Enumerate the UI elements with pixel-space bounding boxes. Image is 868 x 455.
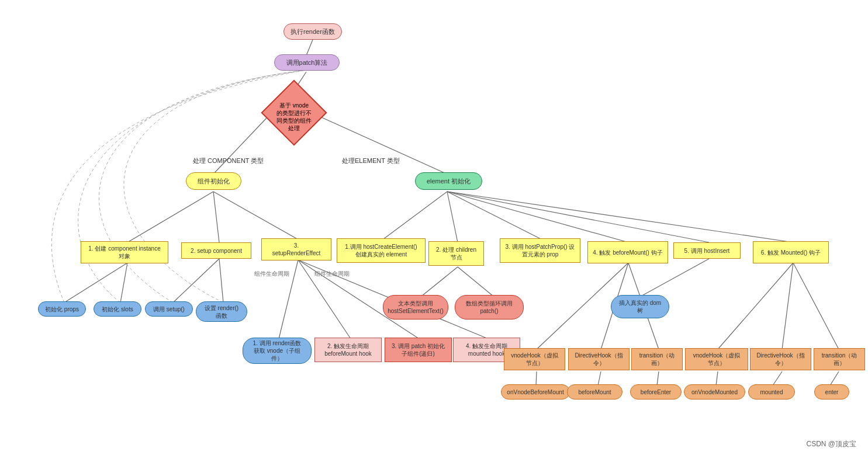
before-mount-lifecycle-node: 2. 触发生命周期 beforeMount hook [314,338,382,362]
before-mount-hook-node: 4. 触发 beforeMount() 钩子 [587,241,668,263]
directive-hook-before-label: DirectiveHook（指令） [573,352,624,367]
footer: CSDN @顶皮宝 [806,439,856,449]
init-slots-label: 初始化 slots [102,305,133,313]
svg-line-9 [173,259,219,303]
setup-render-effect-label: 3. setupRenderEffect [272,242,321,257]
svg-line-3 [320,117,447,174]
svg-line-31 [598,371,601,385]
vnode-hook-before-label: vnodeHook（虚拟节点） [509,352,560,367]
call-setup-node: 调用 setup() [145,301,193,317]
call-patch-label: 调用patch算法 [286,58,328,67]
text-node-label: 文本类型调用 hostSetElementText() [388,300,444,315]
svg-line-33 [716,371,718,385]
before-mount-node: beforeMount [567,384,623,400]
call-render-vnode-node: 1. 调用 render函数 获取 vnode（子组件） [243,338,312,364]
svg-line-0 [306,40,313,55]
svg-line-4 [127,192,213,242]
svg-line-22 [458,267,494,297]
on-vnode-mounted-label: onVnodeMounted [691,388,738,396]
transition-mounted-node: transition（动画） [814,348,865,370]
svg-line-5 [213,192,219,242]
vnode-hook-mounted-node: vnodeHook（虚拟节点） [685,348,748,370]
svg-line-15 [383,192,447,239]
vnode-hook-before-node: vnodeHook（虚拟节点） [504,348,565,370]
setup-render-effect-node: 3. setupRenderEffect [261,238,331,261]
enter-label: enter [825,388,839,396]
enter-node: enter [814,384,849,400]
directive-hook-mounted-label: DirectiveHook（指令） [755,352,806,367]
host-create-element-label: 1.调用 hostCreateElement() 创建真实的 element [342,243,420,258]
element-init-label: element 初始化 [427,177,471,185]
mounted-node: mounted [748,384,795,400]
svg-line-20 [447,192,793,242]
svg-line-27 [718,263,793,349]
mounted-label: mounted [760,388,783,396]
lifecycle-label2: 组件生命周期 [314,270,350,278]
svg-line-34 [773,371,782,385]
host-insert-label: 5. 调用 hostInsert [684,247,730,255]
vnode-hook-mounted-label: vnodeHook（虚拟节点） [690,352,743,367]
patch-init-children-node: 3. 调用 patch 初始化 子组件(递归) [385,338,452,362]
svg-line-21 [421,267,458,297]
call-render-vnode-label: 1. 调用 render函数 获取 vnode（子组件） [249,339,305,362]
component-init-label: 组件初始化 [198,177,230,185]
diagram-container: 执行render函数 调用patch算法 基于 vnode的类型进行不同类型的组… [0,0,868,455]
transition-mounted-label: transition（动画） [819,352,860,367]
svg-line-28 [782,263,793,349]
trigger-mounted-label: 6. 触发 Mounted() 钩子 [761,249,821,256]
trigger-mounted-node: 6. 触发 Mounted() 钩子 [753,241,829,263]
call-setup-label: 调用 setup() [153,305,185,313]
before-mount-hook-label: 4. 触发 beforeMount() 钩子 [593,249,662,256]
on-vnode-before-mount-label: onVnodeBeforeMount [507,388,563,396]
component-init-node: 组件初始化 [186,172,241,190]
svg-line-18 [447,192,628,242]
svg-line-16 [447,192,458,242]
init-props-label: 初始化 props [45,305,79,313]
on-vnode-before-mount-node: onVnodeBeforeMount [501,384,570,400]
component-type-label: 处理 COMPONENT 类型 [193,157,264,165]
insert-real-dom-node: 插入真实的 dom 树 [611,295,669,318]
array-node-label: 数组类型循环调用 patch() [466,300,513,315]
call-patch-node: 调用patch算法 [274,54,340,71]
svg-line-8 [120,263,127,303]
svg-line-19 [447,192,709,242]
text-node-node: 文本类型调用 hostSetElementText() [383,295,448,319]
svg-line-30 [536,371,537,385]
element-init-node: element 初始化 [415,172,482,190]
svg-line-10 [219,259,223,303]
insert-real-dom-label: 插入真实的 dom 树 [619,299,661,314]
execute-render-node: 执行render函数 [283,23,342,40]
svg-line-29 [793,263,839,349]
host-create-element-node: 1.调用 hostCreateElement() 创建真实的 element [337,238,426,263]
svg-line-2 [213,117,268,174]
directive-hook-before-node: DirectiveHook（指令） [568,348,630,370]
footer-text: CSDN @顶皮宝 [806,440,856,448]
execute-render-label: 执行render函数 [291,27,335,36]
host-patch-prop-label: 3. 调用 hostPatchProp() 设置元素的 prop [505,243,575,258]
process-children-node: 2. 处理 children 节点 [428,241,484,266]
patch-init-children-label: 3. 调用 patch 初始化 子组件(递归) [392,342,445,357]
svg-line-32 [657,371,659,385]
element-type-label: 处理ELEMENT 类型 [342,157,400,165]
svg-line-7 [64,263,127,303]
vnode-type-label: 基于 vnode的类型进行不同类型的组件处理 [274,94,314,132]
process-children-label: 2. 处理 children 节点 [434,246,479,261]
vnode-type-node: 基于 vnode的类型进行不同类型的组件处理 [268,86,320,139]
setup-component-label: 2. setup component [191,247,242,255]
init-props-node: 初始化 props [38,301,86,317]
host-patch-prop-node: 3. 调用 hostPatchProp() 设置元素的 prop [500,238,580,263]
array-node-node: 数组类型循环调用 patch() [455,295,524,319]
mounted-lifecycle-label: 4. 触发生命周期 mounted hook [466,342,507,357]
on-vnode-mounted-node: onVnodeMounted [684,384,745,400]
set-render-node: 设置 render() 函数 [196,301,247,322]
setup-component-node: 2. setup component [181,242,251,259]
lifecycle-label1: 组件生命周期 [254,270,289,278]
set-render-label: 设置 render() 函数 [202,304,241,319]
before-enter-label: beforeEnter [641,388,671,396]
create-instance-node: 1. 创建 component instance 对象 [81,241,168,263]
before-mount-label: beforeMount [578,388,611,396]
svg-line-35 [830,371,839,385]
svg-line-6 [213,192,298,239]
transition-before-node: transition（动画） [631,348,683,370]
init-slots-node: 初始化 slots [94,301,141,317]
